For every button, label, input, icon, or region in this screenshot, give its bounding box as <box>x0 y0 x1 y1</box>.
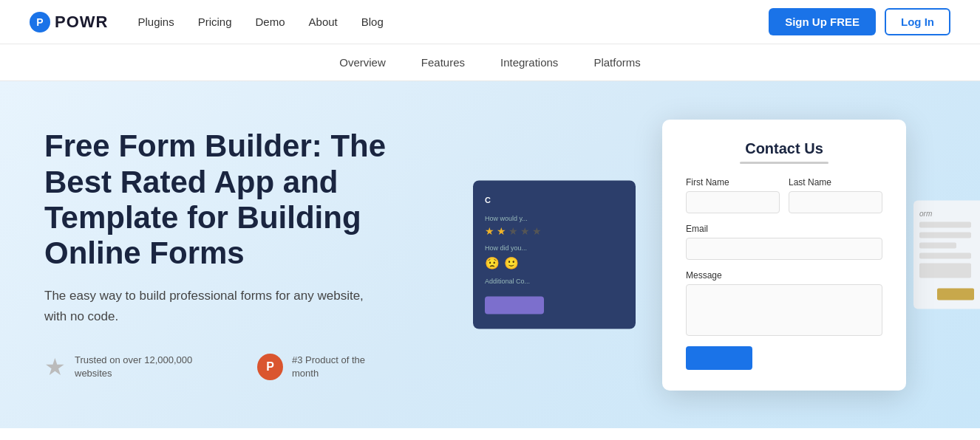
trust-product-text: #3 Product of the month <box>292 354 392 380</box>
light-form-btn <box>937 289 974 300</box>
emoji-row: 😟 🙂 <box>485 256 624 270</box>
star-4: ★ <box>520 225 530 237</box>
trust-badges: ★ Trusted on over 12,000,000 websites P … <box>44 353 392 381</box>
light-form-mockup: orm <box>913 201 980 309</box>
subnav-integrations[interactable]: Integrations <box>500 56 558 69</box>
light-field-1 <box>919 222 971 228</box>
email-input[interactable] <box>686 238 882 260</box>
star-1: ★ <box>485 225 494 237</box>
trust-badge-product-hunt: P #3 Product of the month <box>257 354 392 380</box>
logo-text: POWR <box>55 13 108 32</box>
last-name-label: Last Name <box>789 177 882 188</box>
message-label: Message <box>686 270 882 281</box>
logo[interactable]: P POWR <box>30 12 108 32</box>
nav-blog[interactable]: Blog <box>361 16 384 28</box>
light-field-2 <box>919 233 971 238</box>
light-field-4 <box>919 253 971 259</box>
first-name-label: First Name <box>686 177 780 188</box>
how-would-label: How would y... <box>485 215 624 222</box>
dark-form-title: C <box>485 196 624 204</box>
hero-right: C How would y... ★ ★ ★ ★ ★ How did you..… <box>429 81 980 428</box>
nav-links: Plugins Pricing Demo About Blog <box>137 16 769 28</box>
contact-form-submit[interactable] <box>686 346 752 370</box>
nav-pricing[interactable]: Pricing <box>198 16 232 28</box>
subnav: Overview Features Integrations Platforms <box>0 44 980 81</box>
first-name-group: First Name <box>686 177 780 213</box>
name-row: First Name Last Name <box>686 177 882 213</box>
star-5: ★ <box>532 225 542 237</box>
first-name-input[interactable] <box>686 191 780 213</box>
nav-plugins[interactable]: Plugins <box>137 16 174 28</box>
message-group: Message <box>686 270 882 336</box>
rating-row-2: How did you... 😟 🙂 <box>485 244 624 270</box>
trust-websites-text: Trusted on over 12,000,000 websites <box>75 354 228 380</box>
subnav-platforms[interactable]: Platforms <box>593 56 640 69</box>
star-3: ★ <box>508 225 518 237</box>
light-field-5 <box>919 264 971 278</box>
hero-title: Free Form Builder: The Best Rated App an… <box>44 128 392 271</box>
product-hunt-icon: P <box>257 354 283 380</box>
hero-subtitle: The easy way to build professional forms… <box>44 286 370 326</box>
stars-row-1: ★ ★ ★ ★ ★ <box>485 225 624 237</box>
star-icon: ★ <box>44 353 66 381</box>
dark-form-submit <box>485 297 544 314</box>
message-input[interactable] <box>686 284 882 336</box>
email-label: Email <box>686 224 882 234</box>
emoji-smile: 🙂 <box>504 256 519 270</box>
subnav-overview[interactable]: Overview <box>339 56 386 69</box>
rating-row-1: How would y... ★ ★ ★ ★ ★ <box>485 215 624 237</box>
hero-left: Free Form Builder: The Best Rated App an… <box>0 81 429 428</box>
contact-form-card: Contact Us First Name Last Name Email Me… <box>662 120 906 391</box>
signup-button[interactable]: Sign Up FREE <box>769 8 876 35</box>
hero-section: Free Form Builder: The Best Rated App an… <box>0 81 980 428</box>
last-name-input[interactable] <box>789 191 882 213</box>
contact-form-title: Contact Us <box>686 140 882 157</box>
nav-demo[interactable]: Demo <box>256 16 285 28</box>
last-name-group: Last Name <box>789 177 882 213</box>
light-field-3 <box>919 243 956 249</box>
emoji-frown: 😟 <box>485 256 500 270</box>
additional-comments-label: Additional Co... <box>485 278 624 285</box>
email-group: Email <box>686 224 882 260</box>
trust-badge-websites: ★ Trusted on over 12,000,000 websites <box>44 353 228 381</box>
subnav-features[interactable]: Features <box>421 56 465 69</box>
logo-icon: P <box>30 12 50 32</box>
dark-form-mockup: C How would y... ★ ★ ★ ★ ★ How did you..… <box>473 181 636 329</box>
form-label-hint: orm <box>919 210 974 218</box>
nav-actions: Sign Up FREE Log In <box>769 8 950 35</box>
login-button[interactable]: Log In <box>885 8 950 35</box>
how-did-label: How did you... <box>485 244 624 252</box>
star-2: ★ <box>497 225 506 237</box>
navbar: P POWR Plugins Pricing Demo About Blog S… <box>0 0 980 44</box>
form-divider <box>740 162 828 164</box>
nav-about[interactable]: About <box>309 16 338 28</box>
